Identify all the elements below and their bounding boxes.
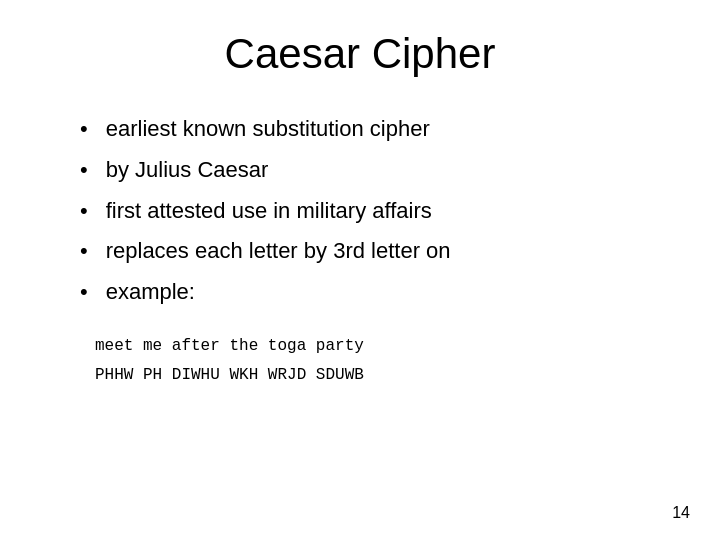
code-block: meet me after the toga party PHHW PH DIW… xyxy=(50,332,670,390)
list-item: first attested use in military affairs xyxy=(80,196,670,227)
bullet-text-5: example: xyxy=(106,277,195,308)
bullet-text-3: first attested use in military affairs xyxy=(106,196,432,227)
list-item: earliest known substitution cipher xyxy=(80,114,670,145)
bullet-list: earliest known substitution cipher by Ju… xyxy=(50,114,670,308)
bullet-text-4: replaces each letter by 3rd letter on xyxy=(106,236,451,267)
bullet-text-2: by Julius Caesar xyxy=(106,155,269,186)
slide-number: 14 xyxy=(672,504,690,522)
list-item: replaces each letter by 3rd letter on xyxy=(80,236,670,267)
list-item: example: xyxy=(80,277,670,308)
code-line-2: PHHW PH DIWHU WKH WRJD SDUWB xyxy=(95,361,670,390)
list-item: by Julius Caesar xyxy=(80,155,670,186)
bullet-text-1: earliest known substitution cipher xyxy=(106,114,430,145)
code-line-1: meet me after the toga party xyxy=(95,332,670,361)
slide-title: Caesar Cipher xyxy=(50,30,670,78)
slide: Caesar Cipher earliest known substitutio… xyxy=(0,0,720,540)
